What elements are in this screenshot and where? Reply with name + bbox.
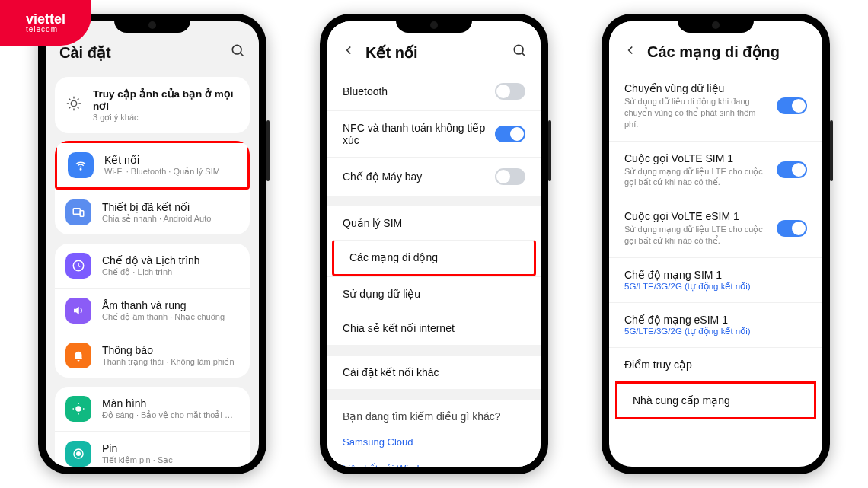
svg-point-16: [75, 406, 81, 412]
list-item[interactable]: Chế độ mạng SIM 15G/LTE/3G/2G (tự động k…: [609, 257, 822, 302]
search-icon[interactable]: [512, 43, 527, 62]
settings-row[interactable]: Màn hìnhĐộ sáng · Bảo vệ cho mắt thoải m…: [55, 387, 250, 431]
screen-mobile-networks: Các mạng di động Chuyển vùng dữ liệuSử d…: [609, 21, 822, 467]
svg-line-10: [78, 98, 79, 100]
item-sub: 5G/LTE/3G/2G (tự động kết nối): [624, 281, 807, 292]
row-sub: Chế độ âm thanh · Nhạc chuông: [102, 312, 239, 322]
logo-brand: viettel: [26, 11, 65, 27]
footer-link[interactable]: Samsung Cloud: [327, 429, 541, 455]
settings-row[interactable]: Thiết bị đã kết nốiChia sẻ nhanh · Andro…: [55, 190, 250, 234]
list-item[interactable]: Điểm truy cập: [609, 347, 822, 381]
svg-line-9: [69, 107, 70, 109]
battery-icon: [65, 441, 91, 467]
settings-group: Màn hìnhĐộ sáng · Bảo vệ cho mắt thoải m…: [55, 387, 250, 467]
toggle-switch[interactable]: [495, 126, 525, 142]
toggle-switch[interactable]: [495, 168, 525, 185]
item-title: Cuộc gọi VoLTE SIM 1: [624, 152, 767, 164]
settings-row[interactable]: Thông báoThanh trạng thái · Không làm ph…: [55, 333, 250, 378]
wifi-icon: [68, 152, 94, 178]
row-title: Kết nối: [104, 154, 237, 166]
svg-point-24: [514, 45, 523, 54]
row-title: Màn hình: [102, 397, 239, 410]
svg-rect-12: [73, 209, 80, 215]
list-item[interactable]: Chế độ Máy bay: [327, 157, 541, 196]
list-item[interactable]: Chế độ mạng eSIM 15G/LTE/3G/2G (tự động …: [609, 302, 822, 347]
phone-notch: [114, 14, 190, 33]
item-sub: 5G/LTE/3G/2G (tự động kết nối): [624, 326, 807, 336]
item-title: Nhà cung cấp mạng: [633, 394, 799, 407]
phone-settings: Cài đặt Truy cập ảnh của bạn ở mọi nơi 3…: [38, 14, 266, 474]
item-title: Chế độ mạng eSIM 1: [624, 314, 807, 326]
viettel-logo: viettel telecom: [0, 0, 91, 46]
settings-group: Chế độ và Lịch trìnhChế độ · Lịch trìnhÂ…: [55, 244, 250, 378]
row-sub: Tiết kiệm pin · Sạc: [102, 455, 239, 465]
tip-icon: [65, 95, 82, 115]
item-title: Bluetooth: [343, 85, 486, 97]
svg-point-11: [80, 169, 81, 171]
svg-line-7: [69, 98, 70, 100]
item-title: Cuộc gọi VoLTE eSIM 1: [624, 210, 767, 222]
svg-line-8: [78, 107, 79, 109]
tip-sub: 3 gợi ý khác: [93, 113, 239, 123]
item-sub: Sử dụng mạng dữ liệu LTE cho cuộc gọi bấ…: [624, 224, 767, 247]
display-icon: [65, 396, 91, 422]
svg-line-25: [522, 53, 525, 56]
item-title: Chế độ Máy bay: [343, 171, 486, 183]
item-title: Quản lý SIM: [343, 217, 525, 229]
toggle-switch[interactable]: [777, 97, 807, 114]
toggle-switch[interactable]: [495, 83, 525, 100]
item-title: Chuyển vùng dữ liệu: [624, 82, 767, 94]
search-icon[interactable]: [230, 43, 245, 62]
list-block: Quản lý SIMCác mạng di độngSử dụng dữ li…: [327, 206, 541, 345]
list-item[interactable]: Bluetooth: [327, 72, 541, 110]
list-item[interactable]: Quản lý SIM: [327, 206, 541, 240]
row-title: Thiết bị đã kết nối: [102, 201, 239, 213]
item-title: Các mạng di động: [349, 251, 519, 263]
list-item[interactable]: Cuộc gọi VoLTE SIM 1Sử dụng mạng dữ liệu…: [609, 141, 822, 199]
row-sub: Thanh trạng thái · Không làm phiền: [102, 357, 239, 367]
settings-row[interactable]: Âm thanh và rungChế độ âm thanh · Nhạc c…: [55, 288, 250, 333]
item-title: Chế độ mạng SIM 1: [624, 269, 807, 281]
row-sub: Chế độ · Lịch trình: [102, 267, 239, 277]
settings-row[interactable]: PinTiết kiệm pin · Sạc: [55, 431, 250, 467]
row-title: Thông báo: [102, 344, 239, 356]
list-block: BluetoothNFC và thanh toán không tiếp xú…: [327, 72, 541, 196]
svg-point-0: [232, 45, 241, 54]
item-title: Sử dụng dữ liệu: [343, 288, 525, 300]
list-item[interactable]: NFC và thanh toán không tiếp xúc: [327, 110, 541, 157]
item-title: Cài đặt kết nối khác: [343, 366, 525, 378]
list-item[interactable]: Cuộc gọi VoLTE eSIM 1Sử dụng mạng dữ liệ…: [609, 199, 822, 257]
svg-line-1: [241, 53, 244, 56]
svg-point-2: [71, 100, 76, 106]
tip-card[interactable]: Truy cập ảnh của bạn ở mọi nơi 3 gợi ý k…: [55, 77, 250, 133]
devices-icon: [65, 199, 91, 225]
toggle-switch[interactable]: [777, 161, 807, 178]
toggle-switch[interactable]: [777, 220, 807, 237]
list-item[interactable]: Các mạng di động: [332, 240, 536, 276]
clock-icon: [65, 253, 91, 279]
row-sub: Chia sẻ nhanh · Android Auto: [102, 214, 239, 224]
settings-row[interactable]: Kết nốiWi-Fi · Bluetooth · Quản lý SIM: [55, 141, 250, 190]
phone-notch: [396, 14, 472, 33]
list-item[interactable]: Chuyển vùng dữ liệuSử dụng dữ liệu di độ…: [609, 72, 822, 141]
item-sub: Sử dụng mạng dữ liệu LTE cho cuộc gọi bấ…: [624, 166, 767, 189]
tip-title: Truy cập ảnh của bạn ở mọi nơi: [93, 88, 239, 112]
svg-marker-15: [74, 307, 79, 315]
logo-sub: telecom: [26, 26, 65, 33]
row-sub: Wi-Fi · Bluetooth · Quản lý SIM: [104, 167, 237, 177]
settings-row[interactable]: Chế độ và Lịch trìnhChế độ · Lịch trình: [55, 244, 250, 288]
list-item[interactable]: Cài đặt kết nối khác: [327, 356, 541, 389]
footer-block: Bạn đang tìm kiếm điều gì khác?Samsung C…: [327, 400, 541, 467]
list-block: Cài đặt kết nối khác: [327, 356, 541, 389]
list-item[interactable]: Sử dụng dữ liệu: [327, 276, 541, 311]
sound-icon: [65, 298, 91, 324]
item-title: NFC và thanh toán không tiếp xúc: [343, 122, 486, 146]
settings-group: Kết nốiWi-Fi · Bluetooth · Quản lý SIMTh…: [55, 141, 250, 234]
bell-icon: [65, 343, 91, 368]
back-icon[interactable]: [623, 43, 638, 61]
svg-point-22: [77, 452, 81, 456]
list-item[interactable]: Nhà cung cấp mạng: [617, 384, 814, 417]
back-icon[interactable]: [341, 43, 356, 61]
footer-link[interactable]: Liên kết với Windows: [327, 455, 541, 467]
list-item[interactable]: Chia sẻ kết nối internet: [327, 311, 541, 345]
